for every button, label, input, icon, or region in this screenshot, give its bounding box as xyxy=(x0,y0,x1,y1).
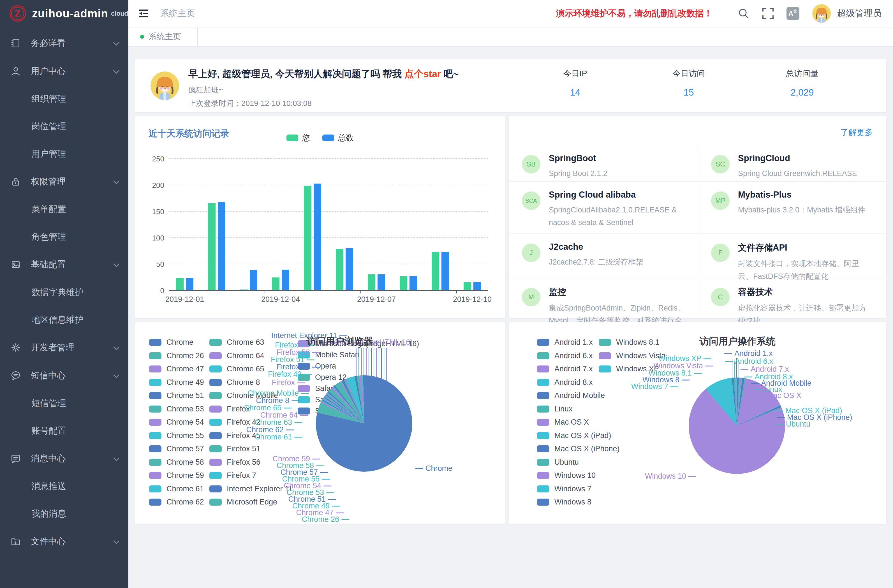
sidebar-item-6-1[interactable]: 我的消息 xyxy=(0,500,128,528)
legend-item[interactable]: Firefox 51 xyxy=(209,445,260,453)
legend-item[interactable]: Chrome 8 xyxy=(209,378,260,387)
username[interactable]: 超级管理员 xyxy=(837,7,882,20)
learn-more-link[interactable]: 了解更多 xyxy=(840,127,873,138)
sidebar-group-0[interactable]: 务必详看 xyxy=(0,29,128,57)
legend-item[interactable]: Android 8.x xyxy=(537,378,593,387)
chevron-down-icon xyxy=(113,370,120,380)
bar-总数[interactable] xyxy=(186,278,193,290)
bar-总数[interactable] xyxy=(377,274,385,290)
legend-item[interactable]: Mac OS X (iPhone) xyxy=(537,445,620,453)
legend-item[interactable]: Android Mobile xyxy=(537,391,605,400)
bar-您[interactable] xyxy=(400,276,407,290)
legend-item[interactable]: Chrome 61 xyxy=(149,484,204,493)
sidebar-item-2-0[interactable]: 菜单配置 xyxy=(0,195,128,223)
tab-system-home[interactable]: 系统主页 xyxy=(128,27,198,46)
sidebar-item-3-0[interactable]: 数据字典维护 xyxy=(0,278,128,306)
legend-item[interactable]: Mac OS X xyxy=(537,418,589,427)
legend-item[interactable]: Chrome 26 xyxy=(149,352,204,360)
sidebar-item-1-2[interactable]: 用户管理 xyxy=(0,140,128,168)
user-avatar[interactable] xyxy=(812,4,831,23)
bar-总数[interactable] xyxy=(218,202,226,290)
legend-item[interactable]: Chrome 47 xyxy=(149,365,204,373)
sidebar-group-5[interactable]: 短信中心 xyxy=(0,362,128,389)
legend-item[interactable]: Chrome 54 xyxy=(149,418,204,427)
bar-总数[interactable] xyxy=(346,248,353,290)
bar-总数[interactable] xyxy=(474,282,481,290)
sidebar-group-7[interactable]: 文件中心 xyxy=(0,528,128,555)
bar-总数[interactable] xyxy=(282,270,289,290)
sidebar-group-6[interactable]: 消息中心 xyxy=(0,445,128,472)
legend-item[interactable]: Windows 8.1 xyxy=(599,338,660,347)
sidebar-group-3[interactable]: 基础配置 xyxy=(0,251,128,278)
sidebar-item-2-1[interactable]: 角色管理 xyxy=(0,223,128,251)
bar-总数[interactable] xyxy=(409,276,417,290)
legend-item[interactable]: Android 7.x xyxy=(537,365,593,373)
greeting-text: 早上好, 超级管理员, 今天帮别人解决问题了吗 帮我 点个star 吧~ xyxy=(188,68,459,80)
sidebar-item-5-1[interactable]: 账号配置 xyxy=(0,417,128,445)
bar-您[interactable] xyxy=(304,186,311,290)
legend-item-总数[interactable]: 总数 xyxy=(322,132,354,143)
sidebar-group-1[interactable]: 用户中心 xyxy=(0,57,128,85)
fullscreen-icon[interactable] xyxy=(762,8,774,19)
star-link[interactable]: 点个star xyxy=(404,68,441,79)
legend-item[interactable]: Mac OS X (iPad) xyxy=(537,431,611,440)
legend-item[interactable]: Android 6.x xyxy=(537,352,593,360)
bar-总数[interactable] xyxy=(250,270,257,290)
sidebar-item-3-1[interactable]: 地区信息维护 xyxy=(0,306,128,334)
legend-item[interactable]: Windows 10 xyxy=(537,471,595,480)
legend-item[interactable]: Microsoft Edge xyxy=(209,498,277,507)
browser-pie-card: ChromeChrome 26Chrome 47Chrome 49Chrome … xyxy=(135,322,505,524)
pie-label: Firefox xyxy=(272,378,307,387)
legend-item[interactable]: Chrome 49 xyxy=(149,378,204,387)
legend-item[interactable]: Chrome 63 xyxy=(209,338,264,347)
legend-item[interactable]: Chrome 64 xyxy=(209,352,264,360)
legend-item[interactable]: Chrome 55 xyxy=(149,431,204,440)
legend-item[interactable]: Firefox 7 xyxy=(209,471,256,480)
legend-swatch xyxy=(149,472,161,479)
y-tick-label: 200 xyxy=(152,181,164,190)
legend-item[interactable]: Chrome 59 xyxy=(149,471,204,480)
legend-item[interactable]: Internet Explorer 11 xyxy=(209,484,293,493)
tech-badge: F xyxy=(711,244,729,262)
bar-您[interactable] xyxy=(240,290,248,290)
bar-您[interactable] xyxy=(272,277,280,290)
bar-您[interactable] xyxy=(368,274,375,290)
legend-item[interactable]: Chrome 58 xyxy=(149,458,204,467)
legend-item[interactable]: Windows 7 xyxy=(537,484,591,493)
breadcrumb[interactable]: 系统主页 xyxy=(160,8,195,20)
pie-chart[interactable] xyxy=(316,375,412,472)
bar-总数[interactable] xyxy=(442,252,449,290)
legend-swatch xyxy=(149,392,161,399)
bar-总数[interactable] xyxy=(314,183,321,290)
sidebar-item-1-0[interactable]: 组织管理 xyxy=(0,85,128,113)
sidebar-item-5-0[interactable]: 短信管理 xyxy=(0,389,128,417)
legend-item-您[interactable]: 您 xyxy=(286,132,310,143)
legend-item[interactable]: Chrome 57 xyxy=(149,445,204,453)
legend-item[interactable]: Chrome 62 xyxy=(149,498,204,507)
legend-swatch xyxy=(322,135,334,141)
legend-item[interactable]: Windows 8 xyxy=(537,498,591,507)
legend-item[interactable]: Chrome 65 xyxy=(209,365,264,373)
legend-item[interactable]: Chrome xyxy=(149,338,193,347)
sidebar-group-2[interactable]: 权限管理 xyxy=(0,168,128,195)
legend-item[interactable]: Firefox 56 xyxy=(209,458,260,467)
tech-desc: Spring Boot 2.1.2 xyxy=(549,167,607,180)
sidebar-item-6-0[interactable]: 消息推送 xyxy=(0,472,128,500)
legend-item[interactable]: Chrome 51 xyxy=(149,391,204,400)
legend-item[interactable]: Windows Vista xyxy=(599,352,666,360)
search-icon[interactable] xyxy=(738,8,750,20)
sidebar-item-1-1[interactable]: 岗位管理 xyxy=(0,113,128,140)
bar-您[interactable] xyxy=(176,278,183,290)
collapse-menu-icon[interactable] xyxy=(139,9,149,18)
legend-item[interactable]: Linux xyxy=(537,405,573,414)
legend-item[interactable]: Android 1.x xyxy=(537,338,593,347)
sidebar-group-4[interactable]: 开发者管理 xyxy=(0,334,128,362)
bar-您[interactable] xyxy=(336,249,343,290)
translate-icon[interactable]: A文 xyxy=(786,7,799,20)
legend-item[interactable]: Ubuntu xyxy=(537,458,579,467)
legend-item[interactable]: Chrome 53 xyxy=(149,405,204,414)
bar-您[interactable] xyxy=(208,203,215,290)
bar-您[interactable] xyxy=(464,282,471,290)
tech-desc: Mybatis-plus 3.2.0：Mybatis 增强组件 xyxy=(738,204,866,217)
bar-您[interactable] xyxy=(431,252,439,290)
